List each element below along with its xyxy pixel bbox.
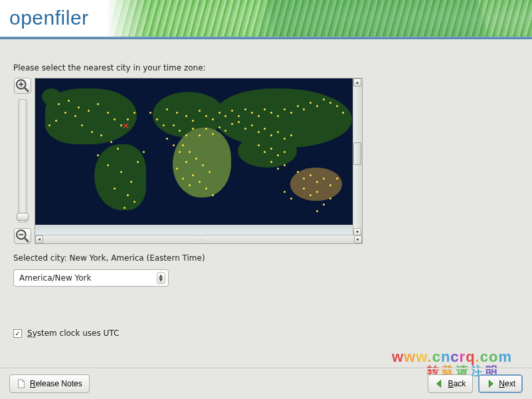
city-dot[interactable] [284, 191, 286, 193]
city-dot[interactable] [137, 161, 139, 163]
next-label: Next [499, 379, 515, 388]
zoom-slider[interactable] [18, 99, 27, 223]
city-dot[interactable] [173, 144, 175, 146]
city-dot[interactable] [297, 171, 299, 173]
city-dot[interactable] [209, 171, 211, 173]
city-dot[interactable] [199, 181, 201, 183]
back-button[interactable]: Back [428, 374, 474, 393]
city-dot[interactable] [130, 181, 132, 183]
main-content: Please select the nearest city in your t… [13, 63, 519, 287]
city-dot[interactable] [284, 164, 286, 166]
city-dot[interactable] [310, 194, 311, 196]
city-dot[interactable] [297, 105, 299, 107]
city-dot[interactable] [277, 115, 279, 117]
world-map[interactable]: × ▴ ▾ ◂ ⋯ ▸ [35, 78, 363, 244]
city-dot[interactable] [316, 105, 318, 107]
city-dot[interactable] [205, 188, 207, 190]
selected-city-label: Selected city: New York, America (Easter… [13, 253, 519, 263]
city-dot[interactable] [290, 112, 292, 114]
city-dot[interactable] [127, 194, 129, 196]
city-dot[interactable] [329, 198, 331, 200]
city-dot[interactable] [149, 112, 151, 114]
timezone-select[interactable]: America/New York ▲▼ [13, 269, 169, 287]
city-dot[interactable] [212, 194, 214, 196]
city-dot[interactable] [74, 115, 76, 117]
scroll-right-icon[interactable]: ▸ [354, 235, 362, 243]
city-dot[interactable] [120, 171, 122, 173]
arrow-left-icon [435, 379, 444, 388]
timezone-prompt: Please select the nearest city in your t… [13, 63, 519, 72]
city-dot[interactable] [284, 108, 286, 110]
city-dot[interactable] [114, 118, 116, 120]
map-canvas: × [35, 78, 362, 243]
city-dot[interactable] [176, 168, 178, 170]
zoom-in-icon [15, 78, 31, 94]
city-dot[interactable] [64, 112, 66, 114]
map-hscrollbar[interactable]: ◂ ⋯ ▸ [35, 235, 362, 243]
city-dot[interactable] [202, 164, 204, 166]
city-dot[interactable] [176, 112, 178, 114]
zoom-controls [13, 78, 32, 244]
scroll-up-icon[interactable]: ▴ [353, 78, 361, 86]
city-dot[interactable] [189, 184, 191, 186]
city-dot[interactable] [219, 112, 221, 114]
header-banner: openfiler [0, 0, 532, 37]
city-dot[interactable] [205, 115, 207, 117]
city-dot[interactable] [133, 112, 135, 114]
city-dot[interactable] [212, 118, 214, 120]
city-dot[interactable] [316, 191, 318, 193]
document-icon [17, 379, 26, 388]
city-dot[interactable] [258, 144, 260, 146]
select-spinner-icon: ▲▼ [157, 272, 165, 284]
city-dot[interactable] [323, 178, 325, 180]
city-dot[interactable] [114, 188, 116, 190]
city-dot[interactable] [284, 151, 286, 153]
map-area: × ▴ ▾ ◂ ⋯ ▸ [13, 78, 519, 244]
footer: Release Notes Back Next [0, 368, 532, 399]
city-dot[interactable] [244, 108, 246, 110]
release-notes-label: Release Notes [30, 379, 82, 388]
city-dot[interactable] [251, 112, 253, 114]
zoom-in-button[interactable] [14, 78, 31, 94]
city-dot[interactable] [238, 115, 240, 117]
city-dot[interactable] [107, 112, 109, 114]
city-dot[interactable] [290, 198, 292, 200]
city-dot[interactable] [336, 105, 338, 107]
city-dot[interactable] [336, 178, 338, 180]
back-label: Back [448, 379, 466, 388]
next-button[interactable]: Next [478, 374, 523, 393]
city-dot[interactable] [133, 201, 135, 203]
arrow-right-icon [486, 379, 495, 388]
release-notes-button[interactable]: Release Notes [9, 374, 90, 393]
city-dot[interactable] [166, 108, 168, 110]
city-dot[interactable] [219, 126, 221, 128]
city-dot[interactable] [55, 120, 57, 122]
utc-checkbox[interactable]: ✓ [13, 329, 22, 338]
city-dot[interactable] [329, 102, 331, 104]
city-dot[interactable] [316, 181, 318, 183]
city-dot[interactable] [258, 115, 260, 117]
vscroll-thumb[interactable] [353, 142, 361, 165]
utc-row: ✓ System clock uses UTC [13, 329, 119, 338]
city-dot[interactable] [270, 112, 272, 114]
city-dot[interactable] [277, 168, 279, 170]
zoom-slider-thumb[interactable] [17, 213, 29, 221]
watermark-url: www.cncrq.com [392, 348, 512, 366]
city-dot[interactable] [156, 118, 158, 120]
svg-line-1 [25, 88, 29, 92]
city-dot[interactable] [185, 115, 187, 117]
city-dot[interactable] [323, 98, 325, 100]
city-dot[interactable] [212, 133, 214, 135]
utc-label: System clock uses UTC [27, 329, 119, 338]
header-separator [0, 37, 532, 39]
city-dot[interactable] [329, 184, 331, 186]
map-vscrollbar[interactable]: ▴ ▾ [353, 78, 362, 236]
svg-line-5 [25, 238, 29, 242]
city-dot[interactable] [192, 174, 194, 176]
zoom-out-icon [15, 228, 31, 244]
timezone-select-value: America/New York [19, 273, 92, 283]
city-dot[interactable] [88, 110, 90, 112]
selected-city-marker: × [122, 120, 130, 130]
zoom-out-button[interactable] [14, 228, 31, 244]
scroll-left-icon[interactable]: ◂ [35, 235, 43, 243]
